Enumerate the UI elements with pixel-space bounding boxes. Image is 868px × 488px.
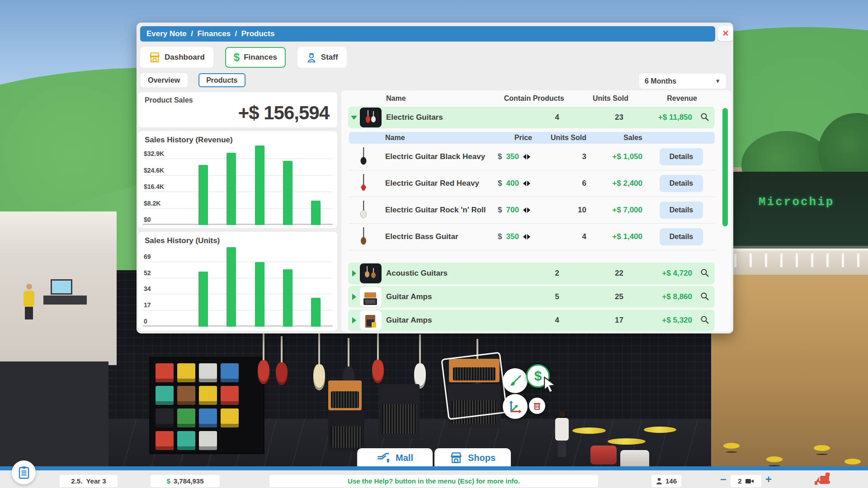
guitar-amps-image: [360, 310, 382, 330]
product-sales-amount: +$ 7,000: [597, 206, 657, 215]
merch-box: [156, 408, 174, 427]
close-button[interactable]: ✕: [718, 26, 733, 41]
sub-col-price: Price: [489, 134, 547, 142]
product-sales-label: Product Sales: [145, 96, 193, 104]
amp-small: [328, 380, 362, 410]
storefront-sign: Microchip: [759, 195, 834, 209]
chart-bar: [311, 201, 321, 225]
subtab-overview[interactable]: Overview: [140, 73, 188, 87]
category-row-acoustic-guitars[interactable]: Acoustic Guitars 2 22 +$ 4,720: [348, 263, 715, 284]
price-stepper[interactable]: [523, 234, 530, 239]
product-name: Electric Guitar Black Heavy: [380, 152, 489, 161]
inspect-button[interactable]: [695, 290, 715, 304]
category-contain: 5: [494, 292, 562, 301]
sales-history-revenue-card: Sales History (Revenue) $32.9K$24.6K$16.…: [138, 131, 337, 228]
price-stepper[interactable]: [523, 154, 530, 160]
camera-zoom-display: 2: [731, 475, 761, 487]
sales-history-units-card: Sales History (Units) 695234170: [138, 232, 337, 331]
acoustic-guitars-image: [360, 263, 382, 283]
tasks-button[interactable]: [12, 460, 36, 484]
price-value: 350: [506, 152, 519, 161]
product-icon: [349, 147, 380, 167]
revenue-chart: $32.9K$24.6K$16.4K$8.2K$0: [143, 143, 333, 225]
wall-guitar-red: [372, 333, 384, 385]
inspect-button[interactable]: [695, 111, 715, 125]
tab-dashboard[interactable]: Dashboard: [140, 47, 213, 68]
product-units: 3: [547, 152, 597, 161]
move-button[interactable]: [503, 394, 528, 419]
wall-guitar-red: [276, 336, 288, 387]
finance-subtabs: Overview Products: [140, 73, 245, 87]
person-body: [24, 291, 34, 307]
chart-bar: [283, 161, 292, 225]
period-dropdown[interactable]: 6 Months ▼: [639, 74, 726, 89]
amp-cab: [328, 411, 364, 451]
drum-red: [590, 446, 617, 465]
expand-caret-icon[interactable]: [352, 270, 356, 277]
category-thumbnail: [360, 263, 382, 283]
product-sales-amount: +$ 1,050: [597, 152, 657, 161]
zoom-in-button[interactable]: +: [765, 473, 772, 486]
shops-button[interactable]: Shops: [434, 448, 511, 467]
product-sales-amount: +$ 2,400: [597, 179, 657, 188]
delete-button[interactable]: [529, 398, 545, 414]
sub-col-sales: Sales: [597, 134, 657, 142]
escalator-icon: [377, 452, 390, 464]
merch-box: [221, 408, 239, 427]
tick-label: 0: [144, 318, 147, 325]
product-units: 10: [547, 206, 597, 215]
category-name: Electric Guitars: [386, 113, 494, 122]
col-name: Name: [386, 94, 499, 103]
dollar-icon: $: [166, 477, 170, 485]
category-row-guitar-amps-2[interactable]: Guitar Amps 4 17 +$ 5,320: [348, 310, 715, 331]
zoom-level: 2: [738, 477, 741, 485]
mall-button[interactable]: Mall: [357, 448, 433, 467]
shopper-white-shirt: [555, 411, 569, 457]
details-button[interactable]: Details: [660, 202, 703, 219]
collapse-caret-icon[interactable]: [351, 116, 357, 120]
units-chart: 695234170: [143, 246, 333, 327]
products-table: Name Contain Products Units Sold Revenue…: [341, 90, 731, 332]
category-row-electric-guitars[interactable]: Electric Guitars 4 23 +$ 11,850: [348, 107, 715, 128]
price-value: 350: [506, 232, 519, 241]
paint-button[interactable]: [503, 368, 528, 393]
product-name: Electric Guitar Rock 'n' Roll: [380, 206, 489, 215]
category-revenue: +$ 8,860: [626, 292, 695, 301]
expand-caret-icon[interactable]: [352, 294, 356, 300]
col-revenue: Revenue: [631, 94, 700, 103]
zoom-out-button[interactable]: −: [720, 473, 726, 486]
table-scrollbar[interactable]: [722, 108, 728, 226]
price-stepper[interactable]: [523, 181, 530, 186]
electric-guitars-image: [360, 108, 382, 127]
merch-box: [221, 386, 239, 405]
category-row-guitar-amps-1[interactable]: Guitar Amps 5 25 +$ 8,860: [348, 286, 715, 308]
plus-icon: +: [765, 473, 772, 485]
chart-bar: [226, 247, 236, 327]
tick-label: $0: [144, 216, 151, 223]
product-sales-value: +$ 156,594: [238, 102, 329, 124]
bulldozer-button[interactable]: [814, 471, 835, 487]
inspect-button[interactable]: [695, 267, 715, 281]
details-button[interactable]: Details: [660, 228, 703, 245]
subtab-products[interactable]: Products: [198, 73, 245, 87]
details-button[interactable]: Details: [660, 148, 703, 165]
wall-guitar-white: [414, 334, 426, 390]
camera-icon: [745, 478, 754, 484]
product-row: Electric Guitar Rock 'n' Roll $ 700 10 +…: [349, 197, 715, 224]
visitors-display: 146: [651, 475, 681, 487]
category-name: Guitar Amps: [386, 292, 494, 301]
tab-label: Dashboard: [165, 53, 205, 62]
inspect-button[interactable]: [695, 314, 715, 328]
tick-label: $32.9K: [144, 150, 164, 157]
tab-staff[interactable]: Staff: [297, 47, 347, 68]
details-button[interactable]: Details: [660, 175, 703, 192]
currency: $: [498, 206, 502, 215]
price-stepper[interactable]: [523, 207, 530, 213]
category-units: 17: [562, 316, 626, 325]
product-row: Electric Guitar Red Heavy $ 400 6 +$ 2,4…: [349, 170, 715, 197]
expand-caret-icon[interactable]: [352, 317, 356, 324]
staff-person-icon: [306, 52, 317, 63]
category-units: 25: [562, 292, 626, 301]
tab-finances[interactable]: $ Finances: [225, 47, 286, 68]
money-value: 3,784,935: [174, 477, 204, 485]
